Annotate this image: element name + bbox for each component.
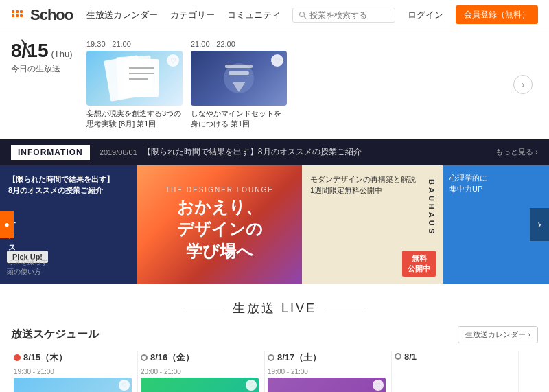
- svg-rect-4: [16, 14, 19, 17]
- schedule-slot-2-1: 20:00 - 21:00 ♡ 1160: [141, 368, 259, 392]
- today-card-2: 21:00 - 22:00 ♡ しなやかマインドセットを身につける 第1回: [191, 40, 287, 130]
- schedule-col-3: 8/17（土） 19:00 - 21:00 ♡ 377 21:00 - 22:0…: [265, 351, 392, 392]
- card-3-1-heart[interactable]: ♡: [373, 380, 384, 391]
- banner-2-sub: THE DESIGNER LOUNGE: [165, 186, 274, 194]
- schedule-date-1: 8/15（木）: [14, 351, 132, 364]
- today-next-button[interactable]: ›: [513, 75, 533, 94]
- svg-rect-3: [12, 14, 14, 17]
- date-dot-3: [268, 354, 274, 361]
- svg-rect-10: [124, 59, 159, 97]
- today-card-1-image[interactable]: ♡: [86, 51, 183, 106]
- slot-2-1-time: 20:00 - 21:00: [141, 368, 259, 376]
- schedule-nav-arrow: ›: [519, 351, 538, 392]
- main-nav: 生放送カレンダー カテゴリー コミュニティ: [86, 9, 292, 21]
- date-text-1: 8/15（木）: [23, 351, 67, 364]
- schedule-col-4: 8/1: [392, 351, 519, 392]
- svg-rect-2: [20, 10, 23, 13]
- today-card-1: 19:30 - 21:00 ♡ 妄想が現実を創造する3つの思考実験 [8月] 第…: [86, 40, 183, 130]
- svg-rect-16: [229, 71, 249, 75]
- info-bar: INFORMATION 2019/08/01 【限られた時間で結果を出す】8月の…: [0, 139, 549, 165]
- banner-item-1[interactable]: 【限られた時間で結果を出す】8月のオススメの授業ご紹介すメス Pick Up! …: [0, 165, 137, 284]
- today-card-2-heart[interactable]: ♡: [271, 54, 283, 67]
- today-date-main: 8/15 (Thu) ╲: [11, 40, 86, 62]
- schedule-columns: 8/15（木） 19:30 - 21:00 ♡ 221 21:00 - 22:0…: [11, 351, 538, 392]
- schedule-date-4: 8/1: [395, 351, 513, 362]
- live-section-header: 生放送 LIVE: [0, 284, 549, 326]
- svg-rect-0: [12, 10, 14, 13]
- schedule-col-2: 8/16（金） 20:00 - 21:00 ♡ 1160 21:00 - 22:…: [138, 351, 265, 392]
- today-card-1-time: 19:30 - 21:00: [86, 40, 183, 48]
- schedule-card-2-1[interactable]: ♡ 1160: [141, 378, 259, 392]
- schedule-title: 放送スケジュール: [11, 327, 99, 342]
- search-box[interactable]: [292, 8, 395, 23]
- banner-1-title: 【限られた時間で結果を出す】8月のオススメの授業ご紹介すメス: [8, 174, 129, 253]
- today-card-2-time: 21:00 - 22:00: [191, 40, 287, 48]
- today-label: 今日の生放送: [11, 63, 86, 75]
- date-text-4: 8/1: [404, 351, 417, 362]
- slot-3-1-time: 19:00 - 21:00: [268, 368, 386, 376]
- schedule-calendar-button[interactable]: 生放送カレンダー ›: [458, 326, 538, 343]
- live-divider-left: [183, 308, 224, 308]
- today-card-1-heart[interactable]: ♡: [167, 54, 179, 67]
- info-date: 2019/08/01: [100, 148, 137, 157]
- banner-4-title: 心理学的に集中力UP: [449, 172, 542, 195]
- nav-live-calendar[interactable]: 生放送カレンダー: [86, 9, 158, 21]
- schedule-date-2: 8/16（金）: [141, 351, 259, 364]
- schedule-section: 放送スケジュール 生放送カレンダー › 8/15（木） 19:30 - 21:0…: [0, 326, 549, 392]
- svg-rect-1: [16, 10, 19, 13]
- login-button[interactable]: ログイン: [402, 6, 449, 24]
- card-2-1-heart[interactable]: ♡: [246, 380, 257, 391]
- svg-point-6: [300, 12, 305, 16]
- banner-3-bauhaus: BAUHAUS: [428, 179, 436, 236]
- live-title: 生放送 LIVE: [233, 300, 316, 316]
- slot-1-1-time: 19:30 - 21:00: [14, 368, 132, 376]
- search-icon: [299, 11, 307, 19]
- svg-rect-5: [20, 14, 23, 17]
- schedule-header: 放送スケジュール 生放送カレンダー ›: [11, 326, 538, 343]
- date-text-3: 8/17（土）: [277, 351, 321, 364]
- date-dot-1: [14, 354, 21, 361]
- card-1-1-heart[interactable]: ♡: [119, 380, 130, 391]
- banner-2-title: おかえり、デザインの学び場へ: [177, 196, 263, 263]
- banner-item-2[interactable]: THE DESIGNER LOUNGE おかえり、デザインの学び場へ: [137, 165, 302, 284]
- info-text: 【限られた時間で結果を出す】8月のオススメの授業ご紹介: [143, 146, 495, 158]
- svg-rect-15: [225, 65, 253, 68]
- logo-text: Schoo: [30, 6, 73, 24]
- today-card-1-title: 妄想が現実を創造する3つの思考実験 [8月] 第1回: [86, 108, 183, 130]
- date-dot-2: [141, 354, 148, 361]
- register-button[interactable]: 会員登録（無料）: [456, 5, 538, 24]
- today-section: 8/15 (Thu) ╲ 今日の生放送 19:30 - 21:00 ♡: [0, 30, 549, 139]
- logo-area: Schoo: [11, 6, 73, 24]
- header-right: ログイン 会員登録（無料）: [292, 5, 538, 24]
- banner-indicator: ●: [0, 211, 14, 238]
- info-label: INFORMATION: [11, 145, 90, 160]
- schedule-date-3: 8/17（土）: [268, 351, 386, 364]
- today-cards: 19:30 - 21:00 ♡ 妄想が現実を創造する3つの思考実験 [8月] 第…: [86, 40, 508, 130]
- today-card-2-title: しなやかマインドセットを身につける 第1回: [191, 108, 287, 130]
- schoo-logo-icon: [11, 8, 26, 23]
- today-card-2-image[interactable]: ♡: [191, 51, 287, 106]
- svg-line-7: [304, 16, 306, 19]
- banner-next-button[interactable]: ›: [530, 208, 549, 241]
- banner-item-3[interactable]: モダンデザインの再構築と解説1週間限定無料公開中 BAUHAUS 無料公開中: [302, 165, 443, 284]
- banner-3-free: 無料公開中: [402, 251, 436, 277]
- today-date-block: 8/15 (Thu) ╲ 今日の生放送: [11, 40, 86, 75]
- banner-1-sub: ミスを減らす頭の使い方: [7, 257, 48, 277]
- nav-community[interactable]: コミュニティ: [227, 9, 281, 21]
- schedule-slot-3-1: 19:00 - 21:00 ♡ 377: [268, 368, 386, 392]
- date-text-2: 8/16（金）: [150, 351, 194, 364]
- live-divider-right: [325, 308, 366, 308]
- search-input[interactable]: [309, 10, 389, 20]
- banner-3-title: モダンデザインの再構築と解説1週間限定無料公開中: [310, 174, 434, 196]
- schedule-card-1-1[interactable]: ♡ 221: [14, 378, 132, 392]
- schedule-card-3-1[interactable]: ♡ 377: [268, 378, 386, 392]
- today-day: (Thu): [51, 49, 73, 59]
- schedule-col-1: 8/15（木） 19:30 - 21:00 ♡ 221 21:00 - 22:0…: [11, 351, 138, 392]
- nav-category[interactable]: カテゴリー: [170, 9, 215, 21]
- date-dot-4: [395, 353, 401, 360]
- header: Schoo 生放送カレンダー カテゴリー コミュニティ ログイン 会員登録（無料…: [0, 0, 549, 30]
- banner-carousel: 【限られた時間で結果を出す】8月のオススメの授業ご紹介すメス Pick Up! …: [0, 165, 549, 284]
- schedule-slot-1-1: 19:30 - 21:00 ♡ 221: [14, 368, 132, 392]
- info-more[interactable]: もっと見る ›: [495, 147, 538, 157]
